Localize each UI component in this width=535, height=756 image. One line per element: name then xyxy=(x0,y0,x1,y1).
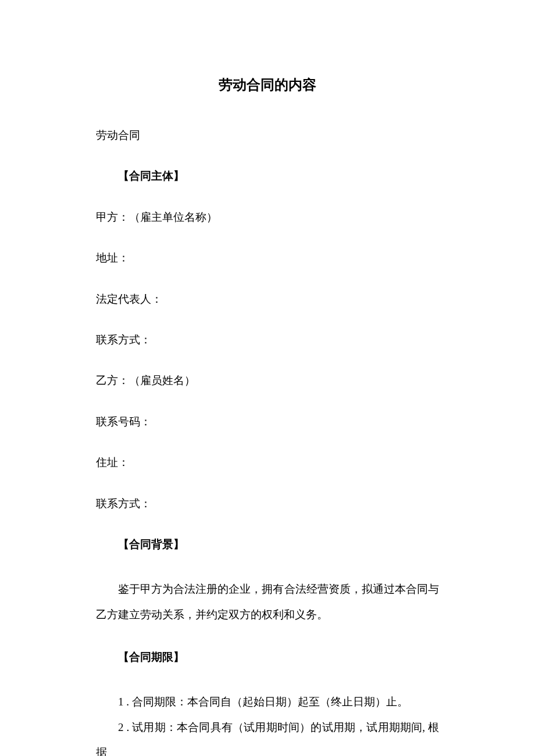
section-parties: 【合同主体】 xyxy=(96,167,439,185)
doc-type-label: 劳动合同 xyxy=(96,127,439,144)
page-title: 劳动合同的内容 xyxy=(96,76,439,94)
party-b-name: 乙方：（雇员姓名） xyxy=(96,372,439,389)
party-a-name: 甲方：（雇主单位名称） xyxy=(96,209,439,226)
party-a-legal-rep: 法定代表人： xyxy=(96,291,439,308)
term-item-2: 2 . 试用期：本合同具有（试用期时间）的试用期，试用期期间, 根据 xyxy=(96,715,439,756)
party-a-contact: 联系方式： xyxy=(96,331,439,349)
section-term: 【合同期限】 xyxy=(96,648,439,666)
background-text: 鉴于甲方为合法注册的企业，拥有合法经营资质，拟通过本合同与乙方建立劳动关系，并约… xyxy=(96,576,439,627)
party-b-address: 住址： xyxy=(96,454,439,471)
section-background: 【合同背景】 xyxy=(96,536,439,553)
party-b-phone: 联系号码： xyxy=(96,413,439,431)
term-item-1: 1 . 合同期限：本合同自（起始日期）起至（终止日期）止。 xyxy=(96,689,439,715)
party-b-contact: 联系方式： xyxy=(96,495,439,513)
party-a-address: 地址： xyxy=(96,249,439,267)
